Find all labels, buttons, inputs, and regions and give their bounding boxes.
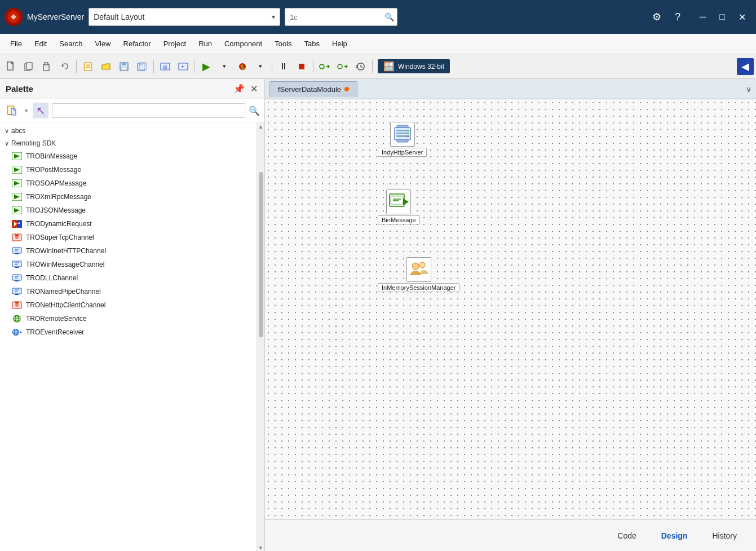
palette-section-abcs[interactable]: ∨ abcs — [0, 125, 257, 137]
list-item[interactable]: TRONetHttpClientChannel — [0, 298, 257, 312]
palette-search-input[interactable] — [52, 103, 245, 118]
debug-dropdown-btn[interactable]: ▾ — [252, 58, 269, 75]
form-open-btn[interactable] — [175, 58, 192, 75]
scroll-thumb[interactable] — [259, 172, 263, 337]
list-item[interactable]: TRONamedPipeChannel — [0, 285, 257, 298]
palette-new-btn[interactable] — [5, 103, 20, 118]
step-into-btn[interactable] — [334, 58, 351, 75]
palette-cursor-btn[interactable]: ↖ — [33, 103, 48, 118]
list-item[interactable]: TROJSONMessage — [0, 204, 257, 217]
list-item[interactable]: TROPostMessage — [0, 163, 257, 177]
binmessage-icon — [386, 189, 411, 214]
svg-rect-61 — [396, 135, 409, 137]
list-item[interactable]: TROWinInetHTTPChannel — [0, 244, 257, 258]
settings-icon[interactable]: ⚙ — [648, 8, 666, 25]
svg-rect-46 — [12, 288, 21, 294]
svg-rect-4 — [43, 64, 49, 70]
list-item[interactable]: TRODLLChannel — [0, 271, 257, 285]
palette-item-label: TRORemoteService — [26, 315, 86, 323]
canvas-component-indyhttpserver[interactable]: IndyHttpServer — [378, 122, 427, 157]
palette-item-label: TROWinMessageChannel — [26, 261, 104, 268]
step-over-btn[interactable] — [316, 58, 333, 75]
undo-btn[interactable] — [56, 58, 73, 75]
palette-item-label: TRONamedPipeChannel — [26, 288, 101, 296]
menu-run[interactable]: Run — [193, 37, 218, 50]
help-icon[interactable]: ? — [670, 9, 685, 25]
list-item[interactable]: TROWinMessageChannel — [0, 258, 257, 271]
bottom-tab-history[interactable]: History — [702, 527, 747, 545]
menu-edit[interactable]: Edit — [29, 37, 52, 50]
layout-dropdown[interactable]: Default Layout ▾ — [89, 8, 280, 26]
component-icon — [11, 328, 23, 337]
canvas-component-binmessage[interactable]: BinMessage — [378, 189, 420, 224]
bottom-tab-design[interactable]: Design — [651, 527, 698, 545]
menu-project[interactable]: Project — [158, 37, 192, 50]
list-item[interactable]: TROBinMessage — [0, 149, 257, 163]
window-controls: ─ □ ✕ — [694, 10, 751, 25]
bottom-bar: Code Design History — [265, 519, 756, 551]
new-btn[interactable] — [79, 58, 96, 75]
save-all-btn[interactable] — [134, 58, 151, 75]
menu-refactor[interactable]: Refactor — [118, 37, 157, 50]
close-button[interactable]: ✕ — [733, 10, 751, 25]
svg-rect-39 — [15, 235, 19, 236]
menu-tabs[interactable]: Tabs — [299, 37, 325, 50]
toolbar-back-btn[interactable]: ◀ — [737, 58, 754, 75]
stop-btn[interactable]: ⏹ — [293, 58, 310, 75]
list-item[interactable]: TROSuperTcpChannel — [0, 231, 257, 244]
pause-btn[interactable]: ⏸ — [275, 58, 292, 75]
menu-file[interactable]: File — [5, 37, 28, 50]
palette-search-icon[interactable]: 🔍 — [249, 105, 260, 116]
list-item[interactable]: TROSOAPMessage — [0, 177, 257, 190]
title-search-input[interactable] — [290, 13, 384, 21]
menu-tools[interactable]: Tools — [269, 37, 297, 50]
menu-bar: File Edit Search View Refactor Project R… — [0, 34, 756, 54]
paste-btn[interactable] — [38, 58, 55, 75]
run-dropdown-btn[interactable]: ▾ — [216, 58, 233, 75]
palette-scrollbar[interactable]: ▲ ▼ — [257, 122, 264, 551]
open-btn[interactable] — [98, 58, 114, 75]
component-icon — [11, 152, 23, 161]
component-icon — [11, 219, 23, 228]
svg-point-63 — [407, 133, 409, 134]
new-file-btn[interactable] — [2, 58, 19, 75]
list-item[interactable]: TROXmlRpcMessage — [0, 190, 257, 204]
step-history-btn[interactable] — [352, 58, 369, 75]
scroll-down-btn[interactable]: ▼ — [258, 545, 264, 551]
list-item[interactable]: TRODynamicRequest — [0, 217, 257, 231]
form-new-btn[interactable]: ⊞ — [157, 58, 174, 75]
tab-overflow-chevron[interactable]: ∨ — [746, 85, 751, 94]
svg-point-64 — [407, 135, 409, 137]
palette-section-remoting-sdk[interactable]: ∨ Remoting SDK — [0, 137, 257, 149]
menu-component[interactable]: Component — [219, 37, 268, 50]
save-btn[interactable] — [116, 58, 132, 75]
canvas-component-inmemorysessionmanager[interactable]: InMemorySessionManager — [378, 257, 459, 292]
toolbar: ⊞ ▶ ▾ 🐛 ▾ ⏸ ⏹ 🪟 Windows 32-bit ◀ — [0, 54, 756, 79]
copy-btn[interactable] — [20, 58, 37, 75]
scroll-up-btn[interactable]: ▲ — [258, 124, 264, 130]
svg-point-62 — [407, 130, 409, 131]
minimize-button[interactable]: ─ — [694, 10, 711, 25]
svg-point-68 — [412, 263, 419, 270]
list-item[interactable]: TRORemoteService — [0, 312, 257, 325]
maximize-button[interactable]: □ — [714, 10, 731, 25]
menu-view[interactable]: View — [90, 37, 117, 50]
main-layout: Palette 📌 ✕ ▾ ↖ 🔍 ∨ abcs — [0, 79, 756, 551]
menu-search[interactable]: Search — [54, 37, 88, 50]
indyhttpserver-label: IndyHttpServer — [378, 148, 427, 157]
editor-tab-fserverdatamodule[interactable]: fServerDataModule — [269, 81, 357, 97]
menu-help[interactable]: Help — [326, 37, 353, 50]
bottom-tab-code[interactable]: Code — [607, 527, 646, 545]
component-icon — [11, 165, 23, 174]
section-label: abcs — [11, 127, 25, 135]
run-btn[interactable]: ▶ — [198, 58, 215, 75]
pin-icon[interactable]: 📌 — [232, 82, 246, 95]
debug-btn[interactable]: 🐛 — [234, 58, 251, 75]
list-item[interactable]: TROEventReceiver — [0, 325, 257, 339]
palette-close-icon[interactable]: ✕ — [249, 82, 259, 95]
svg-marker-55 — [20, 331, 22, 333]
design-canvas[interactable]: IndyHttpServer BinMessage — [265, 99, 756, 519]
title-search-box[interactable]: 🔍 — [285, 8, 397, 26]
palette-toolbar: ▾ ↖ 🔍 — [0, 99, 264, 122]
platform-badge[interactable]: 🪟 Windows 32-bit — [378, 59, 450, 73]
